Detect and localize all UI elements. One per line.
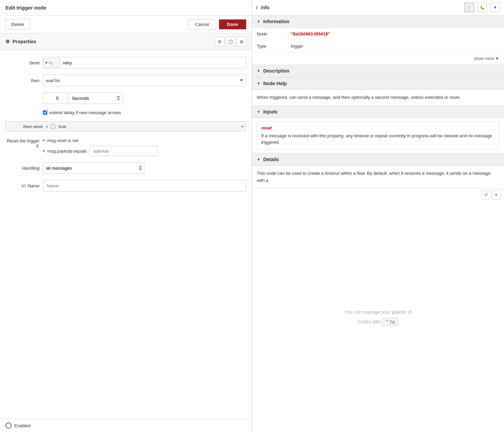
az-icon: az: [49, 60, 53, 65]
send-type-selector[interactable]: ▾ az: [43, 57, 60, 68]
description-section-header[interactable]: ▼ Description: [252, 65, 504, 77]
enabled-toggle[interactable]: Enabled: [5, 422, 31, 429]
keyboard-shortcut-badge: ⌃⇧p: [382, 318, 398, 326]
node-label-cell: Node: [252, 28, 286, 40]
info-tab-button[interactable]: i: [464, 3, 474, 12]
handling-control: all messages first message last message: [43, 162, 246, 174]
nodehelp-section-header[interactable]: ▼ Node Help: [252, 77, 504, 90]
cancel-button[interactable]: Cancel: [188, 19, 216, 30]
name-label: 🏷 Name: [5, 183, 40, 188]
information-section-header[interactable]: ▼ Information: [252, 15, 504, 28]
then-label: then: [5, 78, 40, 83]
reset-condition-1: • msg.reset is set: [43, 138, 158, 143]
show-more-row: show more ▼: [252, 52, 504, 65]
send-control: ▾ az: [43, 57, 246, 68]
tag-icon: 🏷: [21, 183, 26, 188]
duration-number-input[interactable]: [43, 92, 67, 104]
enabled-label: Enabled: [14, 423, 31, 428]
left-panel: Edit trigger node Delete Cancel Done ⚙ P…: [0, 0, 252, 432]
name-control: [43, 180, 246, 191]
right-panel: i info i 🐛 ▼ ▼ Information Node "8a18d98…: [252, 0, 504, 432]
action-bar: Delete Cancel Done: [0, 16, 252, 33]
then-select[interactable]: wait for send immediately delay: [43, 75, 246, 86]
duration-unit-select[interactable]: Milliseconds Seconds Minutes Hours: [69, 92, 123, 104]
enabled-circle-icon: [5, 422, 12, 429]
node-value-cell: "8a18d983.f05418": [286, 28, 504, 40]
show-more-cell: show more ▼: [252, 52, 504, 65]
inputs-section-label: Inputs: [263, 109, 278, 114]
node-id-value: "8a18d983.f05418": [291, 31, 330, 36]
name-label-text: Name: [28, 183, 40, 188]
page-title: Edit trigger node: [5, 5, 46, 11]
then-send-label: then send: [9, 124, 43, 129]
palette-text-2: nodes with: [358, 319, 381, 324]
reset-condition-2-text: msg.payload equals: [47, 149, 87, 154]
type-value-cell: trigger: [286, 40, 504, 52]
properties-settings-icon[interactable]: ⚙: [215, 37, 224, 46]
details-section-header[interactable]: ▼ Details: [252, 153, 504, 166]
extend-checkbox-row: extend delay if new message arrives: [43, 110, 246, 115]
inputs-section-header[interactable]: ▼ Inputs: [252, 106, 504, 118]
node-row: Node "8a18d983.f05418": [252, 28, 504, 40]
handling-select[interactable]: all messages first message last message: [43, 162, 145, 174]
then-send-row: then send ▾ ○ true ▾: [5, 121, 246, 132]
close-button[interactable]: ✕: [492, 190, 501, 199]
nodehelp-content: When triggered, can send a message, and …: [252, 90, 504, 106]
info-header: i info i 🐛 ▼: [252, 0, 504, 15]
edit-trigger-title: Edit trigger node: [0, 0, 252, 16]
reset-info-box: reset If a message is received with this…: [257, 122, 499, 150]
then-row: then wait for send immediately delay: [5, 75, 246, 86]
send-row: Send ▾ az: [5, 57, 246, 68]
properties-title: ⚙ Properties: [5, 39, 36, 44]
show-more-chevron-icon: ▼: [495, 56, 499, 61]
reset-label: Reset the trigger if:: [5, 138, 40, 149]
then-send-dropdown-arrow-icon[interactable]: ▾: [46, 125, 48, 128]
handling-label: Handling: [5, 166, 40, 171]
description-chevron-icon: ▼: [257, 69, 261, 73]
show-more-text: show more: [474, 56, 494, 61]
nodehelp-section-label: Node Help: [263, 81, 287, 86]
send-input-group: ▾ az: [43, 57, 246, 68]
handling-row: Handling all messages first message last…: [5, 162, 246, 174]
extend-checkbox[interactable]: [43, 110, 47, 115]
info-header-icon: i: [256, 5, 257, 10]
details-section-label: Details: [263, 157, 279, 162]
properties-grid-icon[interactable]: ⊞: [237, 37, 246, 46]
name-input[interactable]: [43, 180, 246, 191]
delete-button[interactable]: Delete: [5, 19, 30, 30]
extend-checkbox-label[interactable]: extend delay if new message arrives: [49, 110, 121, 115]
properties-header: ⚙ Properties ⚙ 📋 ⊞: [0, 33, 252, 50]
refresh-button[interactable]: ↺: [482, 190, 490, 199]
duration-control: Milliseconds Seconds Minutes Hours: [43, 92, 246, 104]
then-send-right-arrow-icon[interactable]: ▾: [241, 125, 243, 128]
nodehelp-chevron-icon: ▼: [257, 81, 261, 86]
properties-icons: ⚙ 📋 ⊞: [215, 37, 246, 46]
type-label-cell: Type: [252, 40, 286, 52]
then-select-wrapper: wait for send immediately delay: [43, 75, 246, 86]
details-content: This node can be used to create a timeou…: [252, 166, 504, 188]
properties-doc-icon[interactable]: 📋: [226, 37, 235, 46]
duration-row: Milliseconds Seconds Minutes Hours: [5, 92, 246, 104]
details-text: This node can be used to create a timeou…: [257, 171, 491, 183]
details-chevron-icon: ▼: [257, 157, 261, 161]
done-button[interactable]: Done: [219, 19, 247, 29]
type-row: Type trigger: [252, 40, 504, 52]
optional-input[interactable]: [90, 146, 158, 156]
information-chevron-icon: ▼: [257, 19, 261, 24]
expand-button[interactable]: ▼: [490, 3, 500, 12]
gear-icon: ⚙: [5, 39, 10, 44]
bug-tab-button[interactable]: 🐛: [477, 3, 487, 12]
form-area: Send ▾ az then wait for send immediate: [0, 50, 252, 419]
reset-term: reset: [261, 125, 495, 130]
bullet-2-icon: •: [43, 148, 45, 154]
nodehelp-text: When triggered, can send a message, and …: [257, 95, 460, 100]
show-more-link[interactable]: show more ▼: [474, 56, 499, 61]
properties-label: Properties: [13, 39, 36, 44]
palette-text-1: You can manage your palette of: [344, 309, 411, 315]
info-header-title: info: [261, 5, 461, 10]
then-send-control: ▾ ○ true ▾: [46, 124, 243, 129]
inputs-chevron-icon: ▼: [257, 110, 261, 114]
description-section-label: Description: [263, 68, 289, 74]
reset-section: Reset the trigger if: • msg.reset is set…: [5, 138, 246, 156]
send-value-input[interactable]: [60, 57, 246, 68]
